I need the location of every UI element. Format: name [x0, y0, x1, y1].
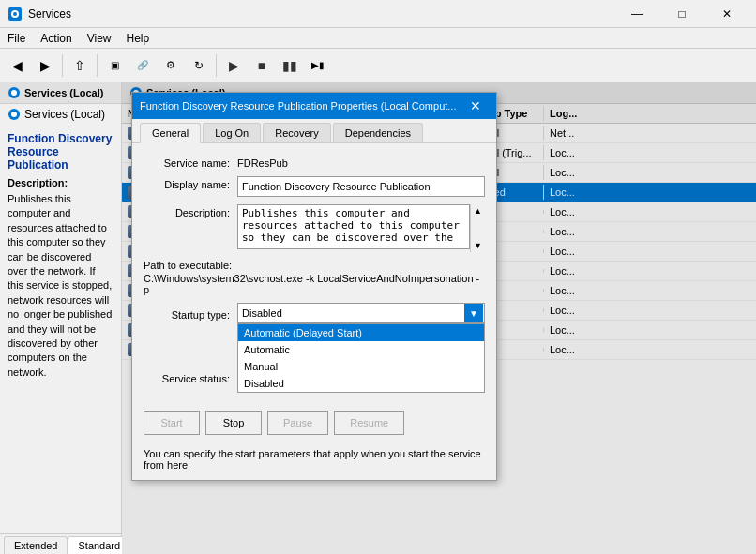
left-panel: Services (Local) Services (Local) Functi…: [0, 82, 122, 554]
description-wrapper: Publishes this computer and resources at…: [237, 204, 485, 252]
startup-type-dropdown-wrapper: Disabled ▼ Automatic (Delayed Start) Aut…: [237, 303, 485, 323]
close-button[interactable]: ✕: [705, 0, 748, 28]
tab-extended[interactable]: Extended: [4, 536, 68, 554]
svg-point-2: [13, 12, 17, 16]
toolbar-separator-1: [62, 54, 63, 77]
minimize-button[interactable]: —: [615, 0, 658, 28]
menu-file[interactable]: File: [0, 28, 33, 48]
startup-option-automatic[interactable]: Automatic: [238, 341, 484, 358]
display-name-input[interactable]: [237, 176, 485, 197]
dialog-title: Function Discovery Resource Publication …: [140, 100, 462, 112]
dialog-title-bar: Function Discovery Resource Publication …: [132, 93, 496, 119]
up-button[interactable]: ⇧: [67, 52, 93, 79]
left-panel-header: Services (Local): [0, 82, 121, 104]
startup-option-manual[interactable]: Manual: [238, 358, 484, 375]
restart-button[interactable]: ▶▮: [305, 52, 331, 79]
dialog-tab-dependencies[interactable]: Dependencies: [333, 123, 423, 142]
app-icon: [8, 7, 23, 22]
console-button[interactable]: ▣: [101, 52, 128, 79]
properties-dialog: Function Discovery Resource Publication …: [131, 92, 497, 481]
toolbar-separator-2: [97, 54, 98, 77]
dialog-footer-text: You can specify the start parameters tha…: [144, 448, 481, 471]
startup-option-auto-delayed[interactable]: Automatic (Delayed Start): [238, 324, 484, 341]
refresh-button[interactable]: ↻: [186, 52, 212, 79]
stop-button[interactable]: ■: [249, 52, 275, 79]
svg-point-4: [11, 90, 17, 96]
left-panel-title: Services (Local): [24, 87, 103, 98]
dialog-tab-logon[interactable]: Log On: [203, 123, 261, 142]
pause-button[interactable]: ▮▮: [277, 52, 303, 79]
title-bar: Services — □ ✕: [0, 0, 756, 28]
menu-action[interactable]: Action: [33, 28, 79, 48]
path-label: Path to executable:: [144, 260, 485, 271]
menu-help[interactable]: Help: [119, 28, 158, 48]
left-info-title: Function Discovery Resource Publication: [8, 132, 113, 172]
start-button[interactable]: Start: [144, 411, 200, 435]
service-name-label: Service name:: [144, 155, 237, 169]
dialog-tab-general[interactable]: General: [140, 123, 201, 143]
left-info-desc: Publishes this computer and resources at…: [8, 192, 113, 380]
dialog-close-button[interactable]: ✕: [462, 93, 489, 119]
path-value: C:\Windows\system32\svchost.exe -k Local…: [144, 273, 485, 295]
services-local-label: Services (Local): [24, 108, 105, 121]
dialog-tab-recovery[interactable]: Recovery: [263, 123, 330, 142]
left-info-panel: Function Discovery Resource Publication …: [0, 125, 121, 533]
startup-option-disabled[interactable]: Disabled: [238, 375, 484, 392]
left-info-desc-label: Description:: [8, 177, 113, 188]
description-label: Description:: [144, 204, 237, 218]
description-scrollbar[interactable]: ▲ ▼: [470, 204, 485, 252]
forward-button[interactable]: ▶: [32, 52, 58, 79]
startup-type-label: Startup type:: [144, 307, 237, 321]
service-name-row: Service name: FDResPub: [144, 155, 485, 169]
dialog-footer: You can specify the start parameters tha…: [132, 442, 496, 480]
dialog-content: Service name: FDResPub Display name: Des…: [132, 143, 496, 405]
properties-button[interactable]: ⚙: [158, 52, 184, 79]
menu-view[interactable]: View: [80, 28, 119, 48]
services-local-item[interactable]: Services (Local): [0, 104, 121, 125]
svg-point-6: [11, 112, 17, 117]
resume-button[interactable]: Resume: [334, 411, 404, 435]
startup-type-dropdown-list: Automatic (Delayed Start) Automatic Manu…: [237, 323, 485, 393]
connect-button[interactable]: 🔗: [129, 52, 156, 79]
title-bar-text: Services: [28, 7, 615, 21]
description-textarea[interactable]: Publishes this computer and resources at…: [237, 204, 470, 249]
tab-bar-bottom: Extended Standard: [0, 533, 121, 554]
services-local-icon: [8, 108, 21, 121]
display-name-row: Display name:: [144, 176, 485, 197]
startup-type-select[interactable]: Disabled: [237, 303, 485, 323]
stop-button[interactable]: Stop: [205, 411, 262, 435]
service-status-label: Service status:: [144, 370, 237, 384]
dialog-tab-bar: General Log On Recovery Dependencies: [132, 119, 496, 143]
toolbar: ◀ ▶ ⇧ ▣ 🔗 ⚙ ↻ ▶ ■ ▮▮ ▶▮: [0, 49, 756, 82]
back-button[interactable]: ◀: [4, 52, 30, 79]
menu-bar: File Action View Help: [0, 28, 756, 49]
service-name-value: FDResPub: [237, 155, 485, 169]
pause-button[interactable]: Pause: [267, 411, 328, 435]
services-icon: [8, 86, 21, 99]
toolbar-separator-3: [216, 54, 217, 77]
window-controls: — □ ✕: [615, 0, 748, 28]
startup-type-row: Startup type: Disabled ▼ Automatic (Dela…: [144, 303, 485, 323]
main-container: Services (Local) Services (Local) Functi…: [0, 82, 756, 554]
path-row: Path to executable: C:\Windows\system32\…: [144, 260, 485, 295]
maximize-button[interactable]: □: [660, 0, 703, 28]
right-panel: Services (Local) Name ▲ Description Stat…: [122, 82, 756, 554]
play-button[interactable]: ▶: [220, 52, 247, 79]
description-row: Description: Publishes this computer and…: [144, 204, 485, 252]
dialog-action-buttons: Start Stop Pause Resume: [132, 405, 496, 442]
display-name-label: Display name:: [144, 176, 237, 190]
